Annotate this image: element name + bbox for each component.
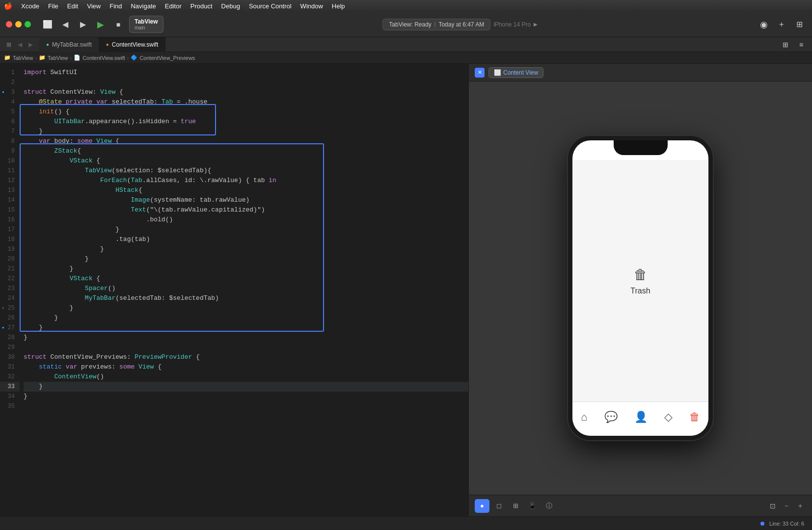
forward-button[interactable]: ▶ [76,18,90,31]
folder2-icon: 📁 [39,54,46,61]
preview-device-button[interactable]: 📱 [525,499,540,513]
line-number-22: 22 [0,274,20,284]
menubar-product[interactable]: Product [187,1,217,11]
code-line-14: Image(systemName: tab.rawValue) [24,195,468,205]
preview-panel: ✕ ⬜ Content View 🗑 Trash ⌂ � [468,64,812,516]
breadcrumb-tabview2[interactable]: TabView [48,55,68,61]
code-line-8: var body: some View { [24,136,468,146]
zoom-out-button[interactable]: － [781,500,792,512]
preview-static-button[interactable]: ◻ [491,499,506,513]
preview-content-view-button[interactable]: ⬜ Content View [488,67,543,78]
preview-content: 🗑 Trash ⌂ 💬 👤 ◇ 🗑 [469,81,812,495]
memory-graph-button[interactable]: ◉ [757,18,771,31]
menubar-edit[interactable]: Edit [63,1,82,11]
menubar-source-control[interactable]: Source Control [245,1,296,11]
grid-view-button[interactable]: ⊞ [4,40,14,50]
fullscreen-button[interactable] [25,21,31,27]
menubar: 🍎 Xcode File Edit View Find Navigate Edi… [0,0,812,12]
zoom-fit-button[interactable]: ⊡ [767,500,779,512]
statusbar: Line: 33 Col: 6 [0,516,812,530]
editor-options-icon[interactable]: ≡ [794,38,808,52]
breadcrumb-sep3: › [127,55,129,61]
run-button[interactable]: ▶ [94,18,108,31]
code-area[interactable]: import SwiftUI struct ContentView: View … [20,64,468,516]
preview-live-button[interactable]: ● [475,499,489,513]
status-badge[interactable]: TabView: Ready | Today at 6:47 AM [382,19,490,30]
file-icon: 📄 [74,54,81,61]
scheme-selector[interactable]: TabView main [129,16,163,33]
line-number-25: 25 [0,303,20,313]
navigator-toggle-button[interactable]: ⬜ [41,18,54,31]
line-number-14: 14 [0,195,20,205]
line-number-21: 21 [0,264,20,274]
tab-forward-button[interactable]: ▶ [26,40,35,50]
main-content: 1234567891011121314151617181920212223242… [0,64,812,516]
menubar-help[interactable]: Help [328,1,349,11]
menubar-window[interactable]: Window [297,1,327,11]
line-number-31: 31 [0,362,20,372]
stop-button[interactable]: ■ [111,18,125,31]
line-number-34: 34 [0,392,20,401]
status-indicator [760,522,764,526]
line-number-23: 23 [0,284,20,293]
code-line-25: } [24,303,468,313]
layout-button[interactable]: ⊞ [792,18,806,31]
line-number-26: 26 [0,313,20,323]
zoom-in-button[interactable]: ＋ [794,500,806,512]
iphone-tab-person-icon[interactable]: 👤 [634,411,648,424]
device-chevron-icon: ▶ [534,22,538,27]
code-line-6: UITabBar.appearance().isHidden = true [24,117,468,127]
code-line-20: } [24,254,468,264]
code-line-16: .bold() [24,215,468,225]
apple-menu[interactable]: 🍎 [4,2,12,10]
minimize-button[interactable] [15,21,22,27]
tab-back-button[interactable]: ◀ [15,40,25,50]
code-line-27: } [24,323,468,333]
iphone-frame: 🗑 Trash ⌂ 💬 👤 ◇ 🗑 [568,136,713,440]
preview-grid-button[interactable]: ⊞ [508,499,523,513]
preview-header: ✕ ⬜ Content View [469,64,812,81]
breadcrumb-tabview1[interactable]: TabView [13,55,33,61]
iphone-tab-trash-icon[interactable]: 🗑 [689,411,700,424]
code-editor[interactable]: 1234567891011121314151617181920212223242… [0,64,468,516]
code-line-31: static var previews: some View { [24,362,468,372]
status-detail: Today at 6:47 AM [438,21,484,28]
layout-icon: ⊞ [796,20,803,29]
toolbar-center: TabView: Ready | Today at 6:47 AM iPhone… [167,19,753,30]
preview-bottom-toolbar: ● ◻ ⊞ 📱 ⓘ ⊡ － ＋ [469,495,812,516]
tab-mytabbar-label: MyTabBar.swift [52,41,92,48]
scheme-sub: main [135,25,158,30]
breadcrumb-previews[interactable]: ContentView_Previews [139,55,195,61]
tab-mytabbar[interactable]: ● MyTabBar.swift [39,37,99,52]
menubar-view[interactable]: View [83,1,105,11]
iphone-tab-chat-icon[interactable]: 💬 [604,411,618,424]
menubar-editor[interactable]: Editor [161,1,186,11]
iphone-tab-diamond-icon[interactable]: ◇ [664,411,673,424]
menubar-file[interactable]: File [44,1,62,11]
menubar-debug[interactable]: Debug [217,1,244,11]
code-line-33: } [24,382,468,392]
split-editor-icon[interactable]: ⊞ [779,38,792,52]
preview-pin-button[interactable]: ✕ [475,68,485,78]
code-line-17: } [24,225,468,235]
tab-contentview-label: ContentView.swift [112,41,159,48]
line-number-7: 7 [0,127,20,136]
breadcrumb-contentview[interactable]: ContentView.swift [82,55,125,61]
menubar-navigate[interactable]: Navigate [127,1,160,11]
code-line-19: } [24,244,468,254]
line-number-20: 20 [0,254,20,264]
menubar-find[interactable]: Find [106,1,126,11]
line-number-19: 19 [0,244,20,254]
line-number-17: 17 [0,225,20,235]
iphone-tab-home-icon[interactable]: ⌂ [581,411,587,424]
traffic-lights [6,21,31,27]
menubar-xcode[interactable]: Xcode [17,1,43,11]
line-number-13: 13 [0,186,20,195]
back-button[interactable]: ◀ [58,18,72,31]
tab-contentview[interactable]: ● ContentView.swift [99,37,166,52]
sidebar-left-icon: ⬜ [43,20,53,29]
tab-bar-right: ⊞ ≡ [779,38,808,52]
preview-info-button[interactable]: ⓘ [541,499,556,513]
close-button[interactable] [6,21,12,27]
add-editor-button[interactable]: + [775,18,788,31]
